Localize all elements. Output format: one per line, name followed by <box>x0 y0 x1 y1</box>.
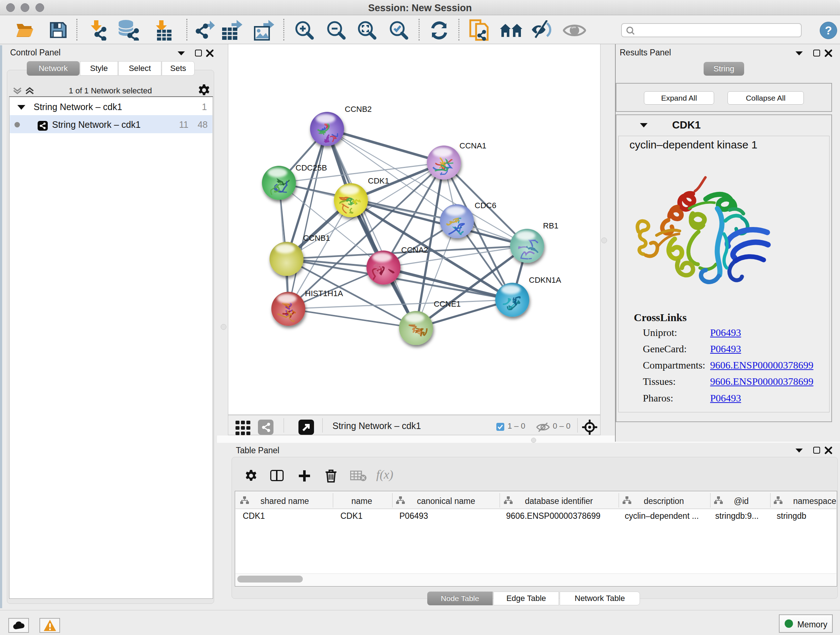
svg-text:CDC6: CDC6 <box>475 201 496 210</box>
svg-text:RB1: RB1 <box>543 221 559 230</box>
svg-text:CCNE1: CCNE1 <box>434 299 461 309</box>
svg-text:CCNB2: CCNB2 <box>345 105 372 114</box>
svg-text:CDKN1A: CDKN1A <box>529 276 561 285</box>
svg-text:HIST1H1A: HIST1H1A <box>305 289 343 298</box>
svg-text:CCNA2: CCNA2 <box>401 245 428 255</box>
svg-text:CCNB1: CCNB1 <box>303 233 330 242</box>
svg-text:CDK1: CDK1 <box>368 176 389 185</box>
svg-text:CCNA1: CCNA1 <box>459 141 486 150</box>
svg-text:CDC25B: CDC25B <box>295 163 327 172</box>
